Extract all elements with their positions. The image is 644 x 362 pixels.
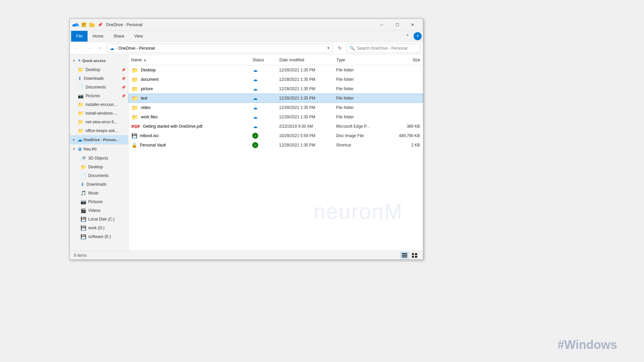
svg-rect-7 xyxy=(402,253,407,254)
file-type: File folder xyxy=(336,86,383,91)
minimize-button[interactable]: ─ xyxy=(374,19,389,31)
file-name-text: Personal Vault xyxy=(140,143,166,147)
sidebar-item-videos[interactable]: 🎬 Videos xyxy=(70,206,128,215)
file-type: Shortcut xyxy=(336,143,383,147)
sidebar-item-local-disk-c[interactable]: 💾 Local Disk (C:) xyxy=(70,215,128,224)
sidebar-item-label: work (D:) xyxy=(88,226,105,230)
window-title: OneDrive - Personal xyxy=(106,22,374,27)
pin-icon: 📌 xyxy=(121,68,125,72)
tab-file[interactable]: File xyxy=(71,31,88,42)
file-name-text: Getting started with OneDrive.pdf xyxy=(143,124,202,129)
sidebar-section-this-pc[interactable]: ▼ 🖥 This PC xyxy=(70,144,128,154)
back-button[interactable]: ← xyxy=(72,44,82,53)
tab-share[interactable]: Share xyxy=(108,31,129,42)
title-bar: 📌 OneDrive - Personal ─ ☐ ✕ xyxy=(70,19,423,31)
tab-view[interactable]: View xyxy=(129,31,148,42)
details-view-button[interactable] xyxy=(400,252,409,259)
col-header-date[interactable]: Date modified xyxy=(279,58,336,62)
recent-locations-button[interactable]: ↑ xyxy=(95,44,105,53)
check-status-icon: ✓ xyxy=(252,142,258,148)
svg-rect-9 xyxy=(402,256,407,257)
sidebar-item-pictures-pc[interactable]: 📷 Pictures xyxy=(70,197,128,206)
this-pc-icon: 🖥 xyxy=(77,147,82,152)
table-row[interactable]: 🔒 Personal Vault ✓ 12/28/2021 1:35 PM Sh… xyxy=(128,140,423,150)
sidebar-item-installer[interactable]: 📁 installer-encoun... xyxy=(70,100,128,109)
folder-icon: 📁 xyxy=(131,95,138,102)
sidebar-item-pictures-qa[interactable]: 📷 Pictures 📌 xyxy=(70,92,128,100)
file-date: 12/28/2021 1:35 PM xyxy=(279,115,336,119)
sidebar-item-documents-qa[interactable]: 📄 Documents 📌 xyxy=(70,83,128,92)
search-box[interactable]: 🔍 xyxy=(346,44,420,53)
col-header-size[interactable]: Size xyxy=(383,58,420,62)
maximize-button[interactable]: ☐ xyxy=(389,19,405,31)
videos-icon: 🎬 xyxy=(80,208,86,213)
music-icon: 🎵 xyxy=(80,190,86,196)
file-name-text: work files xyxy=(141,115,158,119)
sidebar-item-install-windows[interactable]: 📁 install-windows-... xyxy=(70,109,128,118)
sidebar-item-downloads-pc[interactable]: ⬇ Downloads xyxy=(70,180,128,189)
large-icons-view-button[interactable] xyxy=(410,252,419,259)
sidebar-item-label: Music xyxy=(88,191,99,195)
pin-icon: 📌 xyxy=(97,21,103,28)
table-row[interactable]: 📁 work files ☁ 12/28/2021 1:35 PM File f… xyxy=(128,112,423,122)
sidebar-item-desktop-qa[interactable]: 📁 Desktop 📌 xyxy=(70,65,128,74)
sidebar-item-downloads-qa[interactable]: ⬇ Downloads 📌 xyxy=(70,74,128,83)
table-row[interactable]: 📁 document ☁ 12/28/2021 1:35 PM File fol… xyxy=(128,75,423,84)
sidebar-item-office-keeps[interactable]: 📁 office-keeps-ask... xyxy=(70,126,128,135)
cloud-status-icon: ☁ xyxy=(252,86,258,92)
refresh-button[interactable]: ↻ xyxy=(335,44,344,53)
sidebar-item-label: Downloads xyxy=(84,76,104,81)
sidebar-item-3d-objects[interactable]: 🚿 3D Objects xyxy=(70,154,128,163)
table-row[interactable]: 📁 video ☁ 12/28/2021 1:35 PM File folder xyxy=(128,103,423,112)
sidebar-item-documents-pc[interactable]: 📄 Documents xyxy=(70,171,128,180)
sidebar-section-onedrive[interactable]: ► ☁ OneDrive - Person... xyxy=(70,135,128,144)
documents-pc-icon: 📄 xyxy=(80,173,86,178)
sidebar-item-desktop-pc[interactable]: 📁 Desktop xyxy=(70,163,128,171)
sidebar-item-label: net-view-error-6... xyxy=(86,120,117,124)
help-button[interactable]: ? xyxy=(414,32,422,40)
sidebar-item-label: office-keeps-ask... xyxy=(86,128,118,133)
svg-rect-6 xyxy=(82,25,84,26)
downloads-icon: ⬇ xyxy=(78,76,82,81)
sidebar-item-label: installer-encoun... xyxy=(86,102,117,107)
file-size: 389 KB xyxy=(383,124,420,129)
sort-arrow-icon: ▲ xyxy=(143,58,147,62)
file-date: 2/22/2019 9:30 AM xyxy=(279,124,336,129)
folder-icon: 📁 xyxy=(78,102,84,107)
this-pc-arrow: ▼ xyxy=(72,147,75,151)
table-row[interactable]: PDF Getting started with OneDrive.pdf ☁ … xyxy=(128,122,423,131)
svg-rect-5 xyxy=(82,24,85,25)
sidebar-item-music[interactable]: 🎵 Music xyxy=(70,189,128,197)
col-header-type[interactable]: Type xyxy=(336,58,383,62)
file-date: 12/28/2021 1:35 PM xyxy=(279,96,336,101)
table-row[interactable]: 📁 test ☁ 12/28/2021 1:35 PM File folder xyxy=(128,94,423,103)
ribbon-collapse-icon[interactable]: ⌃ xyxy=(404,32,412,40)
file-status: ☁ xyxy=(252,95,279,101)
folder-icon: 📁 xyxy=(131,105,138,111)
table-row[interactable]: 📁 picture ☁ 12/28/2021 1:35 PM File fold… xyxy=(128,84,423,94)
vault-icon: 🔒 xyxy=(131,142,137,148)
table-row[interactable]: 💾 mtboot.iso ✓ 10/29/2021 5:59 PM Disc I… xyxy=(128,131,423,140)
main-content: ▼ ✦ Quick access 📁 Desktop 📌 ⬇ Downloads… xyxy=(70,55,423,251)
address-dropdown-icon[interactable]: ▼ xyxy=(327,46,330,50)
sidebar-item-label: Downloads xyxy=(87,182,106,187)
onedrive-title-icon xyxy=(72,21,79,28)
tab-home[interactable]: Home xyxy=(88,31,108,42)
file-date: 12/28/2021 1:35 PM xyxy=(279,68,336,72)
table-row[interactable]: 📁 Desktop ☁ 12/28/2021 1:35 PM File fold… xyxy=(128,65,423,75)
sidebar-item-net-view[interactable]: 📁 net-view-error-6... xyxy=(70,118,128,126)
quick-access-label: Quick access xyxy=(82,59,106,63)
col-header-status[interactable]: Status xyxy=(253,58,279,62)
file-name: 📁 document xyxy=(131,76,252,83)
sidebar-section-quick-access[interactable]: ▼ ✦ Quick access xyxy=(70,56,128,65)
cloud-status-icon: ☁ xyxy=(252,114,258,120)
close-button[interactable]: ✕ xyxy=(405,19,420,31)
file-type: File folder xyxy=(336,115,383,119)
forward-button[interactable]: → xyxy=(84,44,93,53)
address-path[interactable]: ☁ › OneDrive - Personal ▼ xyxy=(107,44,333,53)
search-input[interactable] xyxy=(357,46,417,51)
sidebar-item-software-e[interactable]: 💾 software (E:) xyxy=(70,232,128,241)
file-name: 💾 mtboot.iso xyxy=(131,133,252,138)
sidebar-item-work-d[interactable]: 💾 work (D:) xyxy=(70,224,128,232)
col-header-name[interactable]: Name ▲ xyxy=(131,58,253,62)
